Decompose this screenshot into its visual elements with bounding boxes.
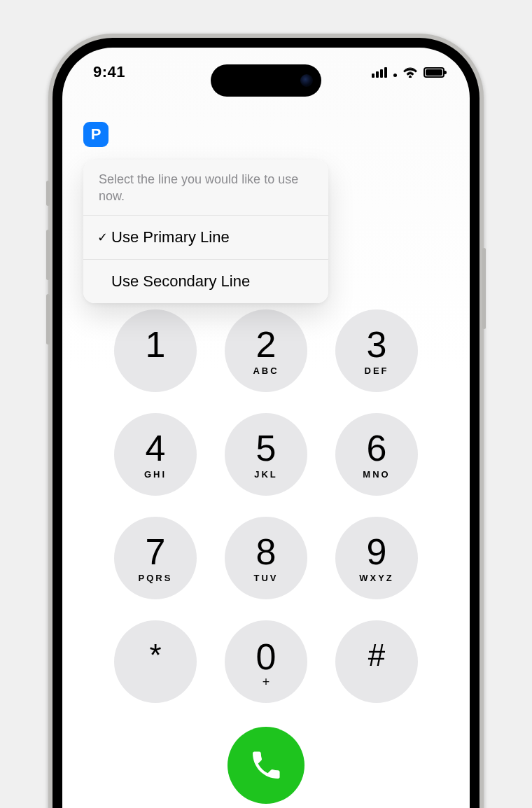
- keypad-digit: 9: [367, 534, 387, 570]
- keypad-key-hash[interactable]: #: [335, 620, 418, 703]
- line-select-popover: Select the line you would like to use no…: [83, 160, 328, 303]
- keypad-digit: 7: [146, 534, 166, 570]
- keypad-letters: JKL: [254, 469, 278, 479]
- keypad-key-4[interactable]: 4 GHI: [114, 413, 197, 496]
- keypad-letters: TUV: [254, 573, 279, 583]
- wifi-icon: [402, 67, 418, 78]
- power-button[interactable]: [482, 248, 486, 329]
- keypad-digit: 1: [146, 326, 166, 363]
- dialer-keypad: 1 2 ABC 3 DEF 4 GHI: [62, 309, 470, 804]
- keypad-digit: 0: [256, 639, 276, 675]
- dual-sim-dot-icon: [393, 74, 397, 77]
- status-time: 9:41: [93, 63, 125, 81]
- keypad-digit: 3: [367, 326, 387, 363]
- volume-up-button[interactable]: [46, 230, 50, 280]
- phone-frame: 9:41 P Select the line you would like to…: [48, 34, 484, 808]
- keypad-key-7[interactable]: 7 PQRS: [114, 517, 197, 599]
- keypad-key-6[interactable]: 6 MNO: [335, 413, 418, 496]
- keypad-key-1[interactable]: 1: [114, 309, 197, 392]
- keypad-digit: 2: [256, 326, 276, 363]
- keypad-letters: MNO: [363, 469, 390, 479]
- screen: 9:41 P Select the line you would like to…: [62, 48, 470, 808]
- keypad-digit: 4: [146, 430, 166, 466]
- keypad-letters: PQRS: [139, 573, 173, 583]
- call-button[interactable]: [227, 727, 304, 804]
- keypad-key-3[interactable]: 3 DEF: [335, 309, 418, 392]
- keypad-letters: +: [262, 675, 270, 685]
- line-option-label: Use Primary Line: [111, 228, 230, 246]
- line-badge[interactable]: P: [83, 122, 108, 147]
- keypad-digit: 8: [256, 534, 276, 570]
- keypad-key-2[interactable]: 2 ABC: [225, 309, 307, 392]
- keypad-digit: 6: [367, 430, 387, 466]
- battery-icon: [424, 67, 444, 78]
- keypad-key-0[interactable]: 0 +: [225, 620, 307, 703]
- phone-bezel: 9:41 P Select the line you would like to…: [52, 38, 479, 808]
- status-icons: [372, 67, 444, 78]
- volume-down-button[interactable]: [46, 294, 50, 344]
- keypad-letters: GHI: [144, 469, 167, 479]
- line-option-secondary[interactable]: ✓ Use Secondary Line: [83, 260, 328, 303]
- line-option-label: Use Secondary Line: [111, 272, 250, 291]
- keypad-key-9[interactable]: 9 WXYZ: [335, 517, 418, 599]
- checkmark-icon: ✓: [93, 230, 111, 245]
- keypad-key-star[interactable]: *: [114, 620, 197, 703]
- keypad-digit: *: [149, 640, 161, 671]
- keypad-letters: ABC: [253, 365, 279, 375]
- line-option-primary[interactable]: ✓ Use Primary Line: [83, 216, 328, 260]
- popover-header: Select the line you would like to use no…: [83, 160, 328, 216]
- keypad-digit: #: [368, 640, 385, 671]
- keypad-key-5[interactable]: 5 JKL: [225, 413, 307, 496]
- keypad-digit: 5: [256, 430, 276, 466]
- keypad-letters: WXYZ: [359, 573, 394, 583]
- keypad-key-8[interactable]: 8 TUV: [225, 517, 307, 599]
- phone-icon: [248, 748, 284, 783]
- keypad-letters: DEF: [365, 365, 389, 375]
- silence-switch[interactable]: [46, 181, 50, 206]
- status-bar: 9:41: [62, 48, 470, 97]
- cellular-signal-icon: [372, 67, 387, 78]
